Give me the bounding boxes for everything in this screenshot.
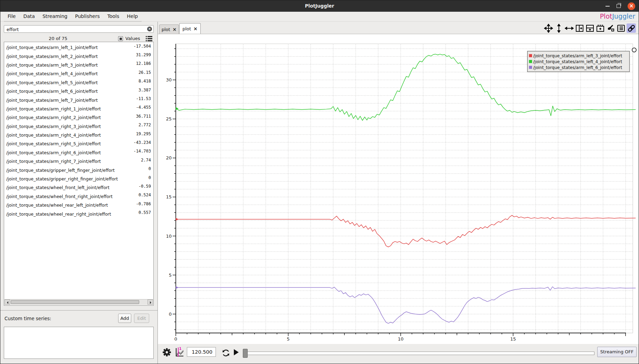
legend-icon[interactable] xyxy=(616,23,626,33)
timeseries-name: /joint_torque_states/arm_right_4_joint/e… xyxy=(6,132,101,138)
timeseries-name: /joint_torque_states/wheel_rear_right_jo… xyxy=(6,211,111,217)
timeseries-row[interactable]: /joint_torque_states/arm_right_1_joint/e… xyxy=(4,105,153,113)
values-checkbox[interactable] xyxy=(118,36,123,41)
timeseries-row[interactable]: /joint_torque_states/gripper_left_finger… xyxy=(4,166,153,174)
slider-trough[interactable] xyxy=(243,352,594,355)
tab-plot-2[interactable]: plot × xyxy=(179,23,201,34)
close-icon[interactable]: × xyxy=(628,2,635,10)
custom-series-label: Custom time series: xyxy=(4,316,51,321)
custom-series-list[interactable] xyxy=(4,327,154,359)
streaming-toggle-button[interactable]: Streaming OFF xyxy=(597,347,637,357)
time-field xyxy=(187,347,216,357)
timeseries-row[interactable]: /joint_torque_states/wheel_front_right_j… xyxy=(4,192,153,201)
search-box: × xyxy=(4,25,154,33)
restore-icon[interactable] xyxy=(617,4,621,8)
menu-help[interactable]: Help xyxy=(123,12,142,22)
search-input[interactable] xyxy=(6,26,145,33)
timeseries-value: 0 xyxy=(149,166,151,171)
add-tab-icon[interactable] xyxy=(595,23,605,33)
timeseries-name: /joint_torque_states/arm_right_2_joint/e… xyxy=(6,115,101,120)
timeseries-row[interactable]: /joint_torque_states/wheel_front_left_jo… xyxy=(4,183,153,192)
plotjuggler-window: PlotJuggler × File Data Streaming Publis… xyxy=(0,0,639,364)
timeseries-name: /joint_torque_states/gripper_right_finge… xyxy=(6,176,118,181)
timeseries-value: -0.59 xyxy=(139,184,151,189)
settings-gear-icon[interactable] xyxy=(162,347,172,358)
timeseries-row[interactable]: /joint_torque_states/arm_right_6_joint/e… xyxy=(4,148,153,157)
timeseries-row[interactable]: /joint_torque_states/arm_left_3_joint/ef… xyxy=(4,61,153,69)
add-column-icon[interactable] xyxy=(575,23,584,33)
menu-file[interactable]: File xyxy=(4,12,19,22)
svg-text:30: 30 xyxy=(166,77,172,82)
timeseries-row[interactable]: /joint_torque_states/arm_left_6_joint/ef… xyxy=(4,87,153,96)
refresh-icon[interactable] xyxy=(221,348,230,359)
timeseries-value: 36.711 xyxy=(136,114,151,119)
menu-tools[interactable]: Tools xyxy=(104,12,123,22)
timeseries-row[interactable]: /joint_torque_states/wheel_rear_right_jo… xyxy=(4,209,153,218)
svg-text:20: 20 xyxy=(166,155,172,160)
timeseries-row[interactable]: /joint_torque_states/arm_right_5_joint/e… xyxy=(4,139,153,148)
tab-plot-1[interactable]: plot × xyxy=(159,24,179,34)
timeseries-name: /joint_torque_states/arm_right_5_joint/e… xyxy=(6,141,101,146)
timeseries-row[interactable]: /joint_torque_states/arm_left_7_joint/ef… xyxy=(4,96,153,104)
menu-data[interactable]: Data xyxy=(19,12,38,22)
svg-text:15: 15 xyxy=(166,194,172,199)
timeseries-value: -11.53 xyxy=(136,96,151,101)
timeseries-row[interactable]: /joint_torque_states/gripper_right_finge… xyxy=(4,175,153,183)
plot-toolbar xyxy=(544,23,636,33)
values-checkbox-label[interactable]: Values xyxy=(125,36,140,41)
horizontal-scrollbar[interactable] xyxy=(4,299,153,305)
plot-canvas[interactable]: 051015202530051015/joint_torque_states/a… xyxy=(158,34,639,344)
time-slider[interactable] xyxy=(243,349,594,358)
timeseries-row[interactable]: /joint_torque_states/arm_left_5_joint/ef… xyxy=(4,78,153,87)
play-icon[interactable] xyxy=(234,349,239,355)
svg-text:10: 10 xyxy=(166,234,172,239)
timeseries-name: /joint_torque_states/arm_left_7_joint/ef… xyxy=(6,98,98,103)
scroll-right-icon[interactable] xyxy=(147,299,153,305)
svg-text:15: 15 xyxy=(510,336,516,342)
timeseries-row[interactable]: /joint_torque_states/arm_right_4_joint/e… xyxy=(4,131,153,139)
zoom-vertical-icon[interactable] xyxy=(554,23,563,33)
timeseries-panel: × 20 of 75 Values /joint_torque_states/a… xyxy=(0,22,158,364)
timeseries-row[interactable]: /joint_torque_states/arm_left_2_joint/ef… xyxy=(4,52,153,60)
link-ranges-icon[interactable] xyxy=(627,23,636,33)
menu-streaming[interactable]: Streaming xyxy=(39,12,71,22)
close-tab-icon[interactable]: × xyxy=(173,27,177,32)
svg-text:/joint_torque_states/arm_left_: /joint_torque_states/arm_left_4_joint/ef… xyxy=(533,59,622,64)
tabbar: plot × plot × xyxy=(158,22,639,34)
svg-text:0: 0 xyxy=(169,312,172,317)
timeseries-name: /joint_torque_states/arm_left_6_joint/ef… xyxy=(6,89,98,94)
timeseries-value: -14.703 xyxy=(133,149,151,154)
timeseries-row[interactable]: /joint_torque_states/arm_left_1_joint/ef… xyxy=(4,43,153,52)
timeseries-value: -17.504 xyxy=(133,44,151,49)
add-custom-series-button[interactable]: Add xyxy=(118,314,131,323)
clear-plot-icon[interactable] xyxy=(606,23,615,33)
timeseries-name: /joint_torque_states/arm_left_2_joint/ef… xyxy=(6,54,98,59)
svg-text:1: 1 xyxy=(179,347,182,351)
clear-search-icon[interactable]: × xyxy=(147,27,152,31)
menubar: File Data Streaming Publishers Tools Hel… xyxy=(0,12,639,22)
timeseries-row[interactable]: /joint_torque_states/arm_right_2_joint/e… xyxy=(4,113,153,122)
close-tab-icon[interactable]: × xyxy=(193,26,198,31)
timeseries-name: /joint_torque_states/gripper_left_finger… xyxy=(6,168,115,173)
timeseries-name: /joint_torque_states/arm_right_1_joint/e… xyxy=(6,106,101,111)
timeseries-name: /joint_torque_states/arm_left_4_joint/ef… xyxy=(6,71,98,76)
timeseries-value: -43.234 xyxy=(133,140,151,145)
timeseries-value: 2.772 xyxy=(139,122,151,127)
timeseries-row[interactable]: /joint_torque_states/wheel_rear_left_joi… xyxy=(4,201,153,209)
timeseries-row[interactable]: /joint_torque_states/arm_right_3_joint/e… xyxy=(4,122,153,131)
minimize-icon[interactable] xyxy=(605,6,610,7)
scrollbar-handle[interactable] xyxy=(11,300,139,304)
timeseries-row[interactable]: /joint_torque_states/arm_right_7_joint/e… xyxy=(4,157,153,166)
timeseries-value: 19.295 xyxy=(136,131,151,136)
add-row-icon[interactable] xyxy=(585,23,594,33)
timeseries-row[interactable]: /joint_torque_states/arm_left_4_joint/ef… xyxy=(4,69,153,78)
zoom-horizontal-icon[interactable] xyxy=(564,23,574,33)
slider-handle[interactable] xyxy=(243,349,248,358)
timeseries-value: 31.299 xyxy=(136,52,151,57)
time-input[interactable] xyxy=(189,349,216,355)
timeseries-name: /joint_torque_states/wheel_rear_left_joi… xyxy=(6,203,108,208)
menu-publishers[interactable]: Publishers xyxy=(71,12,104,22)
pan-icon[interactable] xyxy=(544,23,553,33)
time-tracker-icon[interactable]: 1 xyxy=(174,347,184,359)
scroll-left-icon[interactable] xyxy=(4,299,10,305)
